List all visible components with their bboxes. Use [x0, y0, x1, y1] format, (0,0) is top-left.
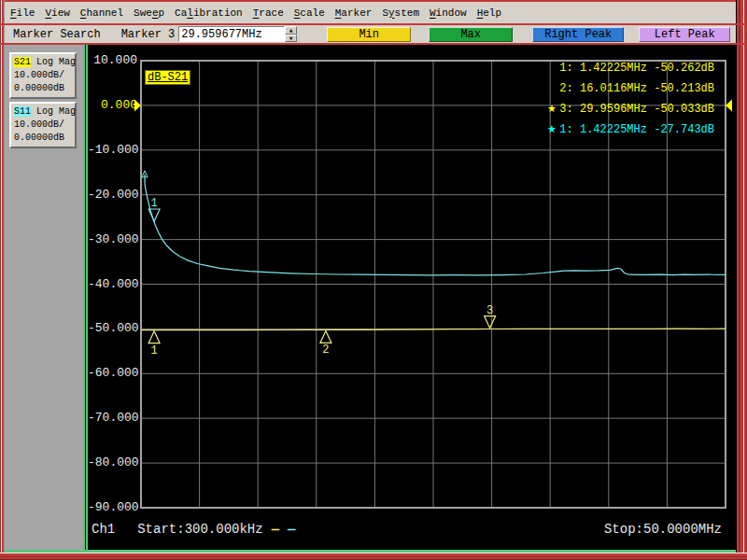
marker-readout: 2: 16.0116MHz -50.213dB [559, 82, 714, 95]
plot-svg: 1231 [88, 45, 736, 550]
trace-dash-icon: — [272, 522, 279, 537]
marker-1-s21-triangle[interactable] [148, 331, 160, 343]
menu-item-system[interactable]: System [382, 7, 419, 19]
start-frequency-label: Start:300.000kHz [137, 522, 262, 537]
marker-3-s21-triangle[interactable] [485, 316, 496, 329]
main-area: S21 Log Mag10.000dB/0.00000dBS11 Log Mag… [5, 45, 736, 550]
y-axis-tick: -90.000 [88, 500, 137, 514]
marker-1-label: 1 [151, 344, 158, 357]
menu-item-file[interactable]: File [10, 7, 35, 19]
spinner-up-icon[interactable]: ▲ [285, 26, 297, 35]
marker-3-label: 3 [486, 304, 493, 317]
stop-frequency-label: Stop:50.0000MHz [604, 522, 722, 537]
active-trace-badge: dB-S21 [145, 70, 190, 85]
menu-item-calibration[interactable]: Calibration [175, 7, 243, 19]
y-axis-tick: -50.000 [88, 321, 137, 335]
vna-window: FileViewChannelSweepCalibrationTraceScal… [0, 0, 747, 560]
marker-readout: ★ 3: 29.9596MHz -50.033dB [547, 103, 714, 116]
menu-item-sweep[interactable]: Sweep [134, 7, 164, 19]
active-marker-star-icon: ★ [547, 103, 559, 115]
active-marker-star-icon: ★ [547, 123, 559, 135]
marker-2-label: 2 [322, 343, 329, 357]
menu-item-trace[interactable]: Trace [253, 7, 284, 19]
menu-item-marker[interactable]: Marker [335, 7, 373, 19]
y-axis-tick: -80.000 [88, 455, 137, 469]
y-axis-tick: 10.000 [88, 53, 137, 67]
menu-bar: FileViewChannelSweepCalibrationTraceScal… [5, 2, 736, 23]
trace-name-label: S11 [14, 106, 31, 117]
menu-item-window[interactable]: Window [430, 7, 467, 19]
trace-dash-icon: — [288, 522, 295, 537]
left-peak-button[interactable]: Left Peak [639, 27, 730, 42]
max-button[interactable]: Max [429, 27, 513, 42]
y-axis-tick: -30.000 [88, 232, 137, 246]
y-axis-tick: -10.000 [88, 143, 137, 157]
channel-label: Ch1 [92, 522, 115, 537]
trace-box-s11[interactable]: S11 Log Mag10.000dB/0.00000dB [9, 102, 77, 148]
y-axis-tick: 0.000 [88, 98, 137, 112]
trace-box-s21[interactable]: S21 Log Mag10.000dB/0.00000dB [9, 52, 77, 99]
y-axis-tick: -60.000 [88, 366, 137, 380]
toolbar: Marker Search Marker 3 ▲ ▼ MinMaxRight P… [5, 25, 736, 43]
y-axis-tick: -40.000 [88, 277, 137, 291]
status-bar: Ch1Start:300.000kHz—— Stop:50.0000MHz [88, 522, 736, 539]
menu-item-channel[interactable]: Channel [80, 7, 123, 19]
menu-item-scale[interactable]: Scale [294, 7, 325, 19]
frequency-spinner[interactable]: ▲ ▼ [285, 26, 297, 42]
window-border-right [736, 0, 747, 553]
window-border-bottom [0, 553, 747, 560]
marker-1-label: 1 [151, 197, 158, 210]
min-button[interactable]: Min [327, 27, 411, 42]
menu-item-view[interactable]: View [45, 7, 69, 19]
menu-item-help[interactable]: Help [477, 7, 501, 19]
marker-readout: 1: 1.42225MHz -50.262dB [559, 62, 714, 75]
trace-settings-sidebar: S21 Log Mag10.000dB/0.00000dBS11 Log Mag… [5, 45, 83, 550]
y-axis-tick: -70.000 [88, 411, 137, 425]
ref-level-right-icon [726, 99, 732, 111]
marker-2-s21-triangle[interactable] [320, 330, 331, 343]
trace-name-label: S21 [14, 57, 31, 67]
right-peak-button[interactable]: Right Peak [532, 27, 624, 42]
s11-trace [145, 184, 726, 275]
marker-frequency-input[interactable] [178, 26, 285, 42]
display-area: 1231 10.0000.000-10.000-20.000-30.000-40… [88, 45, 736, 550]
marker-3-label: Marker 3 [121, 28, 176, 41]
spinner-down-icon[interactable]: ▼ [285, 35, 297, 43]
y-axis-tick: -20.000 [88, 188, 137, 202]
marker-search-label: Marker Search [13, 28, 101, 41]
marker-readout: ★ 1: 1.42225MHz -27.743dB [547, 123, 714, 136]
